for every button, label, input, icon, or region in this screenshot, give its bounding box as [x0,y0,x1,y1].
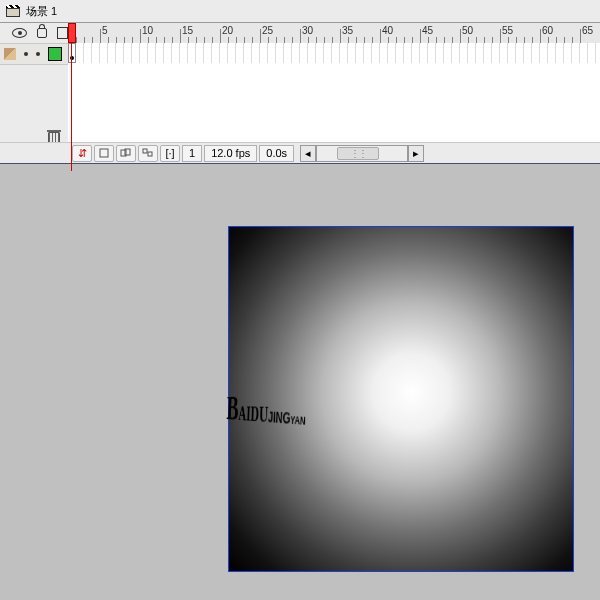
svg-rect-0 [100,149,108,157]
lock-icon[interactable] [37,28,47,38]
pencil-icon [4,48,16,60]
svg-rect-3 [143,149,147,153]
canvas[interactable]: B AIDU JING YAN [228,226,574,572]
scene-icon [6,5,20,17]
frame-track[interactable] [68,43,600,64]
stage-area[interactable]: B AIDU JING YAN [0,164,600,600]
scroll-right-button[interactable]: ▸ [408,145,424,162]
onion-skin-outlines-button[interactable] [116,145,136,162]
layer-row[interactable] [0,44,68,65]
empty-track-area [68,63,600,143]
logo-text-aidu: AIDU [238,402,269,428]
timeline-status-bar: ⇵ [·] 1 12.0 fps 0.0s ◂ ▸ [0,142,600,163]
timeline-scrollbar[interactable]: ◂ ▸ [300,145,424,162]
visibility-icon[interactable] [12,28,27,38]
frame-ruler[interactable]: 15101520253035404550556065 [68,23,600,44]
layer-header-icons [0,23,68,44]
layer-dot-1 [24,52,28,56]
modify-markers-button[interactable]: [·] [160,145,180,162]
fps-field[interactable]: 12.0 fps [204,145,257,162]
elapsed-time-field: 0.0s [259,145,294,162]
outline-icon[interactable] [57,27,68,39]
scroll-track[interactable] [316,145,408,162]
layer-dot-2 [36,52,40,56]
scroll-left-button[interactable]: ◂ [300,145,316,162]
playhead[interactable] [68,23,76,167]
scroll-thumb[interactable] [337,147,379,160]
timeline-panel: 15101520253035404550556065 ⇵ [·] 1 12.0 … [0,23,600,164]
onion-skin-button[interactable] [94,145,114,162]
title-bar: 场景 1 [0,0,600,23]
logo-text-jing: JING [268,408,291,427]
edit-multiple-button[interactable] [138,145,158,162]
layer-color-swatch[interactable] [48,47,62,61]
svg-rect-4 [148,152,152,156]
scene-title: 场景 1 [26,4,57,19]
current-frame-field[interactable]: 1 [182,145,202,162]
stage-text-logo[interactable]: B AIDU JING YAN [227,385,308,417]
logo-text-yan: YAN [290,414,306,428]
